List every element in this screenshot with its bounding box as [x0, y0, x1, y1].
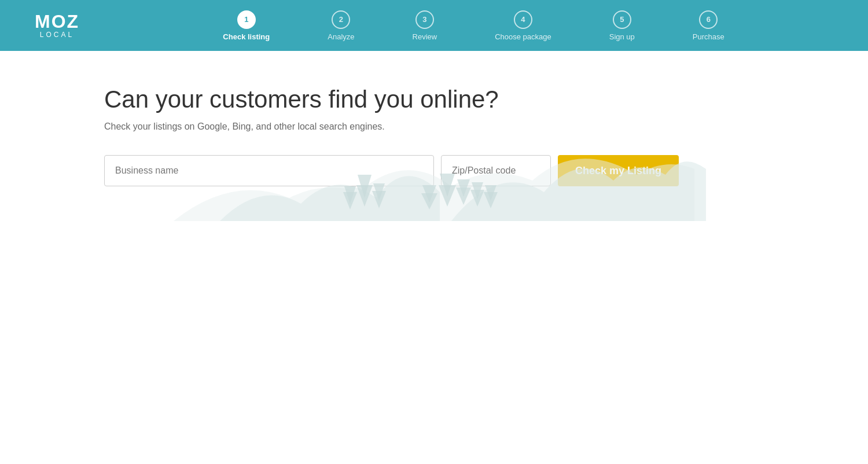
svg-marker-0	[344, 186, 356, 204]
svg-marker-6	[422, 185, 436, 202]
step-3[interactable]: 3 Review	[384, 10, 466, 41]
svg-marker-9	[439, 185, 456, 207]
svg-marker-3	[356, 185, 373, 207]
logo-local: LOCAL	[40, 31, 74, 39]
svg-marker-13	[470, 190, 484, 207]
business-name-input[interactable]	[104, 155, 434, 186]
step-5[interactable]: 5 Sign up	[580, 10, 664, 41]
step-label-1: Check listing	[223, 32, 270, 41]
svg-marker-11	[456, 187, 471, 205]
page-headline: Can your customers find you online?	[104, 86, 764, 113]
check-listing-button[interactable]: Check my Listing	[558, 155, 679, 186]
step-label-4: Choose package	[495, 32, 551, 41]
zip-code-input[interactable]	[441, 155, 551, 186]
main-content: Can your customers find you online? Chec…	[0, 51, 868, 221]
step-circle-1: 1	[237, 10, 256, 29]
step-circle-3: 3	[415, 10, 434, 29]
step-4[interactable]: 4 Choose package	[466, 10, 580, 41]
step-circle-5: 5	[613, 10, 631, 29]
step-circle-4: 4	[514, 10, 532, 29]
svg-marker-5	[372, 191, 386, 208]
svg-marker-14	[485, 185, 496, 201]
step-circle-2: 2	[332, 10, 350, 29]
svg-marker-15	[484, 192, 498, 208]
step-label-6: Purchase	[693, 32, 724, 41]
step-1[interactable]: 1 Check listing	[194, 10, 299, 41]
step-2[interactable]: 2 Analyze	[299, 10, 383, 41]
step-label-2: Analyze	[328, 32, 354, 41]
step-label-5: Sign up	[609, 32, 635, 41]
step-label-3: Review	[413, 32, 437, 41]
page-subheadline: Check your listings on Google, Bing, and…	[104, 121, 764, 132]
svg-marker-1	[343, 192, 357, 209]
svg-marker-7	[421, 193, 437, 209]
step-6[interactable]: 6 Purchase	[664, 10, 753, 41]
step-circle-6: 6	[699, 10, 718, 29]
logo: MOZ LOCAL	[35, 12, 79, 39]
search-form: Check my Listing	[104, 155, 764, 186]
logo-moz: MOZ	[35, 12, 79, 31]
nav-steps: 1 Check listing 2 Analyze 3 Review 4 Cho…	[114, 10, 833, 41]
header: MOZ LOCAL 1 Check listing 2 Analyze 3 Re…	[0, 0, 868, 51]
